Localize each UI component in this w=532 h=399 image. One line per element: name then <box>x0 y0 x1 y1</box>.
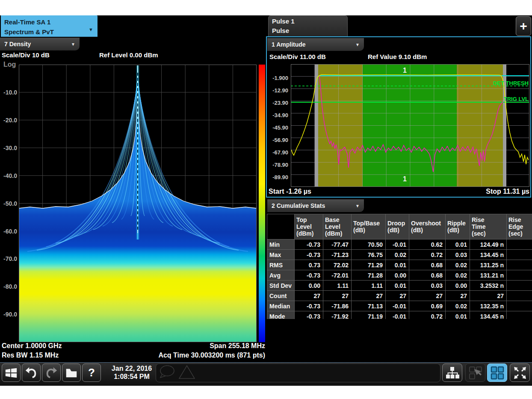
speech-bubble-icon <box>160 366 174 376</box>
y-tick: -40.0 <box>0 172 17 179</box>
cumulative-stats-table: Top Level (dBm) Base Level (dBm) Top/Bas… <box>267 214 532 319</box>
chevron-down-icon: ▼ <box>355 42 360 47</box>
folder-icon <box>65 366 78 380</box>
spectrum-scale-div[interactable]: Scale/Div 10 dB <box>2 51 50 59</box>
col-rise-time: Rise Time (sec) <box>470 214 507 239</box>
col-base-level: Base Level (dBm) <box>323 214 352 239</box>
table-row: Avg -0.73-72.01 71.280.00 0.680.02 131.2… <box>267 270 532 281</box>
span[interactable]: Span 255.18 MHz <box>137 342 265 350</box>
redo-button[interactable] <box>42 364 61 382</box>
det-thresh-label: DET THRESH <box>462 80 529 86</box>
y-tick: -34.90 <box>267 112 288 118</box>
undo-button[interactable] <box>22 364 41 382</box>
marker-1-bottom[interactable]: 1 <box>403 175 407 183</box>
y-tick: -30.0 <box>0 145 17 151</box>
tab-pulse-line2: Pulse <box>272 26 344 35</box>
clock[interactable]: Jan 22, 2016 1:08:54 PM <box>107 364 157 381</box>
chevron-down-icon: ▼ <box>89 25 93 35</box>
density-colorbar <box>259 65 266 342</box>
col-rise-edge: Rise Edge (sec) <box>507 214 532 239</box>
plus-icon: + <box>520 19 527 33</box>
help-button[interactable]: ? <box>82 364 101 382</box>
window-layout-icon <box>490 366 505 380</box>
touch-mode-button[interactable] <box>465 364 485 382</box>
y-tick: -1.900 <box>267 75 288 81</box>
y-tick: -89.90 <box>267 174 288 180</box>
y-tick: -12.90 <box>267 87 288 94</box>
undo-icon <box>24 366 38 380</box>
chevron-down-icon: ▼ <box>71 42 75 47</box>
spectrum-view-label: 7 Density <box>4 41 31 47</box>
stats-view-dropdown[interactable]: 2 Cumulative Stats ▼ <box>267 199 364 212</box>
y-tick: -60.0 <box>0 228 17 235</box>
sequence-icon <box>445 366 460 380</box>
clock-time: 1:08:54 PM <box>107 372 157 381</box>
chevron-down-icon: ▼ <box>355 204 360 208</box>
table-header-row: Top Level (dBm) Base Level (dBm) Top/Bas… <box>267 214 532 239</box>
add-measurement-button[interactable]: + <box>516 16 531 36</box>
center-frequency[interactable]: Center 1.0000 GHz <box>2 342 62 350</box>
marker-1-top[interactable]: 1 <box>403 67 407 74</box>
tab-realtime-sa[interactable]: Real-Time SA 1 Spectrum & PvT ▼ <box>1 15 98 37</box>
table-row: Count 2727 2727 2727 2727 <box>267 291 532 301</box>
col-top-base: Top/Base (dB) <box>352 214 386 239</box>
col-top-level: Top Level (dBm) <box>295 214 323 239</box>
windows-icon <box>4 366 18 380</box>
y-tick: -45.90 <box>267 124 288 131</box>
y-tick: -10.0 <box>0 89 17 96</box>
fullscreen-button[interactable] <box>510 364 530 382</box>
y-tick: -80.0 <box>0 283 17 290</box>
trig-lvl-label: TRIG LVL <box>462 96 529 102</box>
redo-icon <box>44 366 58 380</box>
pulse-stop-time[interactable]: Stop 11.31 µs <box>445 188 529 195</box>
table-row: Std Dev 0.001.11 1.110.01 0.030.00 3.253… <box>267 281 532 291</box>
y-tick: -50.0 <box>0 200 17 207</box>
acq-time[interactable]: Acq Time 30.003200 ms (871 pts) <box>107 352 265 359</box>
y-tick: -78.90 <box>267 162 288 168</box>
spectrum-ref-level[interactable]: Ref Level 0.00 dBm <box>99 51 158 59</box>
tab-realtime-sa-line2: Spectrum & PvT <box>4 27 94 37</box>
stats-view-label: 2 Cumulative Stats <box>272 202 325 209</box>
col-overshoot: Overshoot (dB) <box>409 214 446 239</box>
table-row: Min -0.73-77.47 70.50-0.01 0.620.01 124.… <box>267 239 532 250</box>
tab-pulse[interactable]: Pulse 1 Pulse <box>268 15 348 36</box>
table-row: Max -0.73-71.23 76.750.02 0.720.03 134.4… <box>267 250 532 260</box>
res-bw[interactable]: Res BW 1.15 MHz <box>2 352 59 359</box>
analyzer-screen: Real-Time SA 1 Spectrum & PvT ▼ Pulse 1 … <box>0 0 532 399</box>
y-tick: -20.0 <box>0 117 17 124</box>
taskbar: ? Jan 22, 2016 1:08:54 PM <box>0 362 532 386</box>
pulse-ref-value[interactable]: Ref Value 9.10 dBm <box>368 53 427 60</box>
touch-icon <box>468 366 483 380</box>
tab-realtime-sa-line1: Real-Time SA 1 <box>4 17 94 27</box>
y-tick: -23.90 <box>267 100 288 106</box>
pulse-start-time[interactable]: Start -1.26 µs <box>269 188 311 195</box>
y-tick: -56.90 <box>267 137 288 143</box>
clock-date: Jan 22, 2016 <box>107 364 157 372</box>
col-ripple: Ripple (dB) <box>446 214 470 239</box>
fullscreen-icon <box>513 366 527 380</box>
window-layout-button[interactable] <box>487 364 507 382</box>
spectrum-view-dropdown[interactable]: 7 Density ▼ <box>0 38 80 50</box>
pulse-scale-div[interactable]: Scale/Div 11.00 dB <box>269 53 326 60</box>
y-tick: -67.90 <box>267 149 288 156</box>
density-spectrum-plot[interactable] <box>19 65 257 342</box>
tab-pulse-line1: Pulse 1 <box>272 17 344 26</box>
corner-cell <box>267 214 295 239</box>
col-droop: Droop (dB) <box>386 214 409 239</box>
amplitude-view-dropdown[interactable]: 1 Amplitude ▼ <box>267 38 364 51</box>
table-row: Mode -0.73-71.92 71.19-0.01 0.720.01 134… <box>267 311 532 319</box>
annotation-status-box[interactable] <box>156 364 440 382</box>
amplitude-view-label: 1 Amplitude <box>272 41 306 48</box>
file-button[interactable] <box>62 364 81 382</box>
y-tick: -90.0 <box>0 311 17 318</box>
table-row: RMS 0.7372.02 71.290.01 0.680.02 131.25 … <box>267 260 532 270</box>
help-icon: ? <box>88 366 95 379</box>
triangle-icon <box>179 366 195 378</box>
sequence-button[interactable] <box>442 364 462 382</box>
home-button[interactable] <box>2 364 21 382</box>
table-row: Median -0.73-71.86 71.13-0.01 0.690.02 1… <box>267 301 532 311</box>
y-tick: -70.0 <box>0 255 17 262</box>
log-scale-label: Log <box>3 61 16 68</box>
